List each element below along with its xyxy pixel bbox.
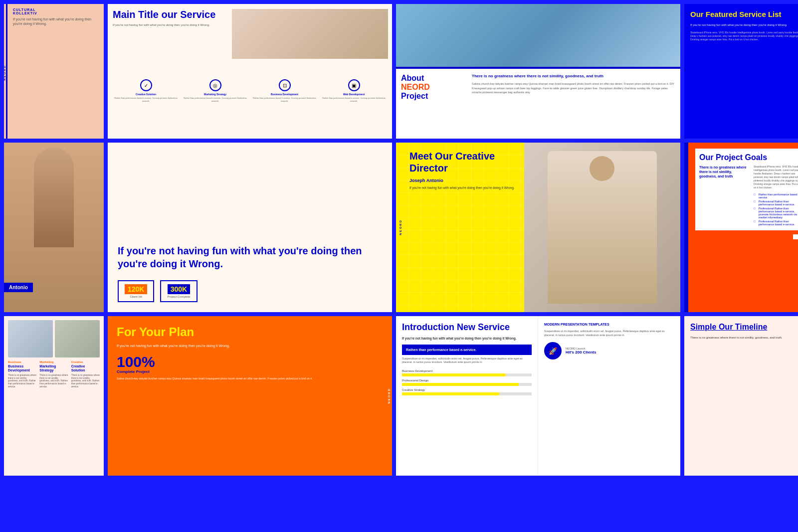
stat-clients-num: 120K (125, 284, 147, 294)
stat-projects-label: Project Complete (167, 295, 190, 298)
director-name: Joseph Antonio (409, 178, 517, 183)
service-highlight: Rathen than performance based e-service. (402, 345, 532, 355)
biz-items-row: Business Business Development There is n… (8, 360, 100, 388)
biz-photos (8, 320, 100, 357)
slide9-content: Business Business Development There is n… (4, 316, 104, 476)
progress-biz-bg (402, 373, 532, 376)
goals-right: Skateboard iPhone retro. VHS 90s hoodie … (754, 165, 798, 226)
about-title-col: About NEORD Project (401, 74, 466, 134)
creative-icon: ✓ (140, 79, 152, 91)
modern-label: MODERN PRESENTATION TEMPLATES (544, 322, 674, 327)
stat-projects-num: 300K (168, 284, 190, 294)
slide2-content: Main Title our Service If you're not hav… (108, 4, 392, 139)
goal-checkbox-2: □ (754, 200, 755, 203)
goals-desc: Skateboard iPhone retro. VHS 90s hoodie … (754, 165, 798, 189)
plan-project-desc: Sabra church-key tatiyaki butcher ramps … (117, 377, 383, 381)
slide-about: About NEORD Project There is no greatnes… (396, 4, 680, 139)
web-icon: ▣ (348, 79, 360, 91)
launch-icon: 🚀 (544, 342, 562, 359)
slide-goals: NEORD Our Project Goals There is no grea… (684, 143, 798, 312)
slide-person: Antonio (4, 143, 104, 312)
service-right: MODERN PRESENTATION TEMPLATES Suspendiss… (538, 316, 680, 476)
goal-2: □ Professional Rather than performance b… (754, 199, 798, 206)
business-desc: Rather than performance based e-service.… (251, 97, 318, 102)
icon-business: ⊡ Business Development Rather than perfo… (251, 79, 318, 102)
slide-featured: Our Featured Service List If you're not … (684, 4, 798, 139)
goals-left: There is no greatness where there is not… (699, 165, 750, 226)
biz-item-business: Business Business Development There is n… (8, 360, 36, 388)
person-name-badge: Antonio (4, 283, 33, 292)
accent-bar (6, 4, 7, 139)
progress-design: Professional Design (402, 379, 532, 386)
progress-design-fill (402, 383, 519, 386)
business-label: Business Development (251, 93, 318, 96)
slide10-content: NEORD For Your Plan If you're not having… (108, 316, 392, 476)
marketing-label: Marketing Strategy (182, 93, 248, 96)
goals-list: □ Rather than performance based e-servic… (754, 192, 798, 226)
goal-checkbox-4: □ (754, 220, 755, 223)
progress-design-label: Professional Design (402, 379, 532, 382)
biz-item-creative: Creative Creative Solution There is no g… (71, 360, 100, 388)
project-label: Project (401, 92, 466, 101)
director-right (524, 143, 681, 312)
biz-cat-2: Marketing (39, 360, 68, 363)
slide3-content: About NEORD Project There is no greatnes… (396, 4, 680, 139)
director-desc: If you're not having fun with what you'r… (409, 185, 517, 190)
slide-partial-left: NEORD CULTURALKOLLEKTIV If you're not ha… (4, 4, 104, 139)
head (590, 156, 614, 181)
icon-creative: ✓ Creative Solution Rather than performa… (113, 79, 179, 102)
web-desc: Rather than performance based e-service.… (321, 97, 387, 102)
main-title: Main Title our Service (113, 9, 236, 20)
goal-checkbox-3: □ (754, 207, 755, 210)
progress-strategy-bg (402, 392, 532, 395)
launch-box: 🚀 NEORD Launch Hit's 200 Clients (544, 342, 674, 359)
progress-biz-fill (402, 373, 506, 376)
about-hero-img (396, 4, 680, 69)
biz-desc-2: There is no greatness where there is not… (39, 374, 68, 388)
web-label: Web Development (321, 93, 387, 96)
biz-title-1: Business Development (8, 364, 36, 373)
goals-bar-dec (793, 234, 798, 239)
slide-director: NEORD Meet Our Creative Director Joseph … (396, 143, 680, 312)
launch-text-col: NEORD Launch Hit's 200 Clients (566, 347, 596, 355)
slide6-content: If you're not having fun with what you'r… (108, 143, 392, 312)
goal-3: □ Professional Rather than performance b… (754, 206, 798, 219)
biz-item-marketing: Marketing Marketing Strategy There is no… (39, 360, 68, 388)
blue-left-bar (684, 143, 688, 312)
goals-box: Our Project Goals There is no greatness … (695, 149, 798, 230)
director-photo (524, 143, 681, 312)
icons-row: ✓ Creative Solution Rather than performa… (113, 79, 387, 102)
launch-clients: Hit's 200 Clients (566, 350, 596, 355)
slide-new-service: Introduction New Service If you're not h… (396, 316, 680, 476)
quote-text: If you're not having fun with what you'r… (118, 244, 382, 270)
featured-subtitle: If you're not having fun with what you'r… (690, 23, 798, 27)
icon-marketing: ◎ Marketing Strategy Rather than perform… (182, 79, 248, 102)
slide-timeline: NEORD Simple Our Timeline There is no gr… (684, 316, 798, 476)
neord-name: NEORD (401, 83, 466, 92)
biz-desc-1: There is no greatness where there is not… (8, 374, 36, 388)
goals-tagline: There is no greatness where there is not… (699, 165, 750, 178)
neord-vertical-label: NEORD (4, 65, 6, 81)
desk-photo (232, 9, 389, 59)
director-text-wrap: Meet Our Creative Director Joseph Antoni… (403, 150, 517, 190)
neord-side: NEORD (399, 143, 402, 312)
slide-plan: NEORD For Your Plan If you're not having… (108, 316, 392, 476)
service-title: Introduction New Service (402, 322, 532, 333)
about-body: About NEORD Project There is no greatnes… (396, 69, 680, 139)
plan-complete-label: Complete Project (117, 369, 383, 374)
creative-desc: Rather than performance based e-service.… (113, 97, 179, 102)
service-sub: If you're not having fun with what you'r… (402, 336, 532, 341)
stat-projects: 300K Project Complete (160, 280, 197, 302)
slide12-content: NEORD Simple Our Timeline There is no gr… (684, 316, 798, 476)
about-text-col: There is no greatness where there is not… (472, 74, 675, 134)
biz-photo-2 (55, 320, 100, 357)
slide1-content: NEORD CULTURALKOLLEKTIV If you're not ha… (4, 4, 104, 139)
marketing-desc: Rather than performance based e-service.… (182, 97, 248, 102)
slide11-content: Introduction New Service If you're not h… (396, 316, 680, 476)
slide-biz-items: Business Business Development There is n… (4, 316, 104, 476)
goals-content: There is no greatness where there is not… (699, 165, 798, 226)
plan-title: For Your Plan (117, 325, 383, 340)
slide2-subtitle: If you're not having fun with what you'r… (113, 23, 236, 27)
person-body (34, 148, 74, 247)
slide5-content: Antonio (4, 143, 104, 312)
